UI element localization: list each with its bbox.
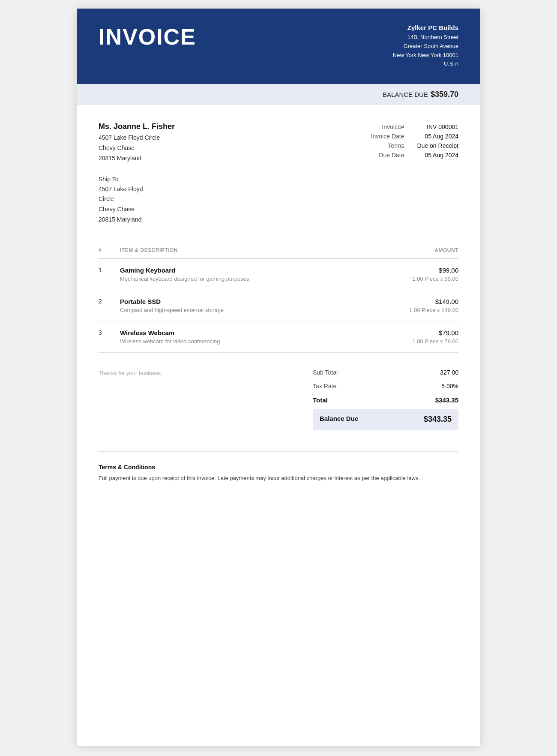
- ship-to-label: Ship To: [99, 176, 175, 183]
- item-desc-cell-1: Portable SSD Compact and high-speed exte…: [120, 290, 365, 321]
- client-name: Ms. Joanne L. Fisher: [99, 122, 175, 131]
- date-value: 05 Aug 2024: [417, 132, 458, 141]
- totals-section: Thanks for your business. Sub Total 327.…: [99, 366, 458, 430]
- item-unit-1: 1.00 Piece x 149.00: [365, 307, 458, 313]
- col-num-header: #: [99, 242, 120, 259]
- col-amount-header: AMOUNT: [365, 242, 458, 259]
- subtotal-value: 327.00: [440, 369, 458, 376]
- totals-table: Sub Total 327.00 Tax Rate 5.00% Total $3…: [313, 366, 458, 430]
- item-unit-2: 1.00 Piece x 79.00: [365, 338, 458, 345]
- item-num-1: 2: [99, 290, 120, 321]
- item-num-0: 1: [99, 258, 120, 290]
- subtotal-row: Sub Total 327.00: [313, 366, 458, 379]
- item-name-2: Wireless Webcam: [120, 329, 365, 336]
- client-address-line1: 4507 Lake Floyd Circle: [99, 133, 175, 143]
- invoice-header: INVOICE Zylker PC Builds 14B, Northern S…: [77, 9, 480, 84]
- ship-address-line2: Circle: [99, 194, 175, 204]
- invoice-value: INV-000001: [417, 122, 458, 132]
- item-num-2: 3: [99, 321, 120, 352]
- company-address-line3: New York New York 10001: [393, 51, 458, 60]
- item-total-2: $79.00: [365, 329, 458, 336]
- item-unit-0: 1.00 Piece x 99.00: [365, 276, 458, 282]
- company-name: Zylker PC Builds: [393, 24, 458, 31]
- balance-due-totals-value: $343.35: [424, 415, 452, 424]
- company-address-line1: 14B, Northern Street: [393, 33, 458, 42]
- terms-text: Full payment is due upon receipt of this…: [99, 474, 458, 483]
- item-description-0: Mechanical keyboard designed for gaming …: [120, 276, 365, 282]
- due-date-label: Due Date: [371, 150, 417, 160]
- meta-table: Invoice# INV-000001 Invoice Date 05 Aug …: [371, 122, 458, 160]
- item-desc-cell-0: Gaming Keyboard Mechanical keyboard desi…: [120, 258, 365, 290]
- total-label: Total: [313, 396, 328, 404]
- subtotal-label: Sub Total: [313, 369, 338, 376]
- balance-due-amount: $359.70: [431, 90, 458, 99]
- billing-info-section: Ms. Joanne L. Fisher 4507 Lake Floyd Cir…: [99, 122, 458, 225]
- balance-due-label: BALANCE DUE: [383, 91, 428, 98]
- balance-due-totals-label: Balance Due: [320, 415, 358, 424]
- invoice-notes: Thanks for your business.: [99, 366, 162, 376]
- items-table-head: # ITEM & DESCRIPTION AMOUNT: [99, 242, 458, 259]
- client-address-line2: Chevy Chase: [99, 143, 175, 153]
- item-name-0: Gaming Keyboard: [120, 267, 365, 274]
- ship-address-line4: 20815 Maryland: [99, 215, 175, 225]
- ship-to-address: 4507 Lake Floyd Circle Chevy Chase 20815…: [99, 184, 175, 225]
- terms-title: Terms & Conditions: [99, 464, 458, 471]
- company-address-line4: U.S.A: [393, 60, 458, 69]
- date-label: Invoice Date: [371, 132, 417, 141]
- client-address-line3: 20815 Maryland: [99, 153, 175, 164]
- table-row: 1 Gaming Keyboard Mechanical keyboard de…: [99, 258, 458, 290]
- invoice-body: Ms. Joanne L. Fisher 4507 Lake Floyd Cir…: [77, 105, 480, 500]
- total-row: Total $343.35: [313, 393, 458, 407]
- item-amount-cell-2: $79.00 1.00 Piece x 79.00: [365, 321, 458, 352]
- tax-row: Tax Rate 5.00%: [313, 379, 458, 393]
- table-row: 2 Portable SSD Compact and high-speed ex…: [99, 290, 458, 321]
- item-description-2: Wireless webcam for video conferencing: [120, 338, 365, 345]
- total-value: $343.35: [435, 396, 458, 404]
- company-address: 14B, Northern Street Greater South Avenu…: [393, 33, 458, 69]
- meta-terms-row: Terms Due on Receipt: [371, 141, 458, 150]
- balance-due-bar: BALANCE DUE $359.70: [77, 84, 480, 105]
- table-row: 3 Wireless Webcam Wireless webcam for vi…: [99, 321, 458, 352]
- item-amount-cell-1: $149.00 1.00 Piece x 149.00: [365, 290, 458, 321]
- item-description-1: Compact and high-speed external storage: [120, 307, 365, 313]
- tax-label: Tax Rate: [313, 383, 336, 390]
- invoice-container: INVOICE Zylker PC Builds 14B, Northern S…: [77, 9, 480, 746]
- item-total-0: $99.00: [365, 267, 458, 274]
- company-address-line2: Greater South Avenue: [393, 42, 458, 51]
- billing-left: Ms. Joanne L. Fisher 4507 Lake Floyd Cir…: [99, 122, 175, 225]
- ship-to-section: Ship To 4507 Lake Floyd Circle Chevy Cha…: [99, 176, 175, 225]
- item-desc-cell-2: Wireless Webcam Wireless webcam for vide…: [120, 321, 365, 352]
- items-table: # ITEM & DESCRIPTION AMOUNT 1 Gaming Key…: [99, 242, 458, 353]
- col-desc-header: ITEM & DESCRIPTION: [120, 242, 365, 259]
- tax-value: 5.00%: [441, 383, 458, 390]
- meta-invoice-row: Invoice# INV-000001: [371, 122, 458, 132]
- meta-date-row: Invoice Date 05 Aug 2024: [371, 132, 458, 141]
- invoice-meta: Invoice# INV-000001 Invoice Date 05 Aug …: [371, 122, 458, 225]
- terms-value: Due on Receipt: [417, 141, 458, 150]
- terms-label: Terms: [371, 141, 417, 150]
- ship-address-line3: Chevy Chase: [99, 204, 175, 215]
- terms-section: Terms & Conditions Full payment is due u…: [99, 451, 458, 483]
- due-date-value: 05 Aug 2024: [417, 150, 458, 160]
- client-address: 4507 Lake Floyd Circle Chevy Chase 20815…: [99, 133, 175, 163]
- items-table-body: 1 Gaming Keyboard Mechanical keyboard de…: [99, 258, 458, 352]
- item-total-1: $149.00: [365, 298, 458, 305]
- company-info: Zylker PC Builds 14B, Northern Street Gr…: [393, 24, 458, 69]
- invoice-title: INVOICE: [99, 24, 196, 50]
- balance-due-totals-row: Balance Due $343.35: [313, 409, 458, 430]
- item-amount-cell-0: $99.00 1.00 Piece x 99.00: [365, 258, 458, 290]
- invoice-label: Invoice#: [371, 122, 417, 132]
- item-name-1: Portable SSD: [120, 298, 365, 305]
- meta-due-date-row: Due Date 05 Aug 2024: [371, 150, 458, 160]
- ship-address-line1: 4507 Lake Floyd: [99, 184, 175, 195]
- items-table-header-row: # ITEM & DESCRIPTION AMOUNT: [99, 242, 458, 259]
